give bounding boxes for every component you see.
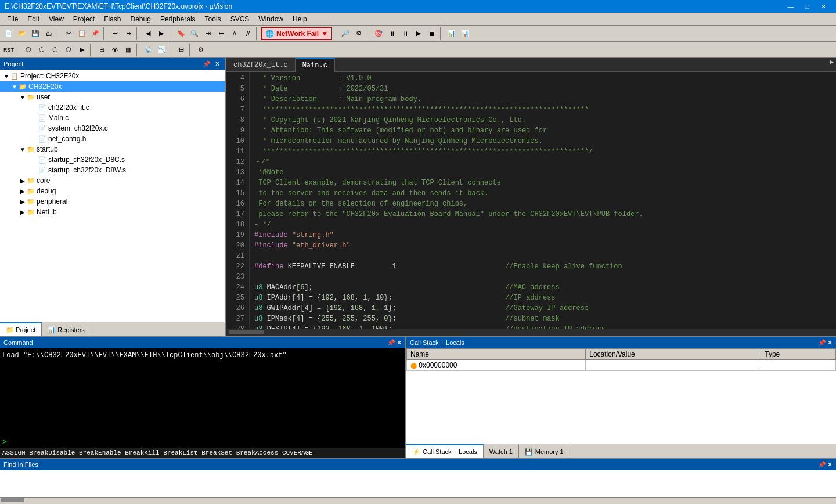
tree-startup-d8w[interactable]: ▶ 📄 startup_ch32f20x_D8W.s — [0, 165, 225, 175]
view2-button[interactable]: 📊 — [459, 27, 471, 40]
hscroll-thumb[interactable] — [229, 330, 264, 334]
tree-user[interactable]: ▼ 📁 user — [0, 92, 225, 102]
tab-mainc[interactable]: Main.c — [296, 58, 335, 72]
root-expand[interactable]: ▼ — [2, 72, 10, 80]
uncomment-button[interactable]: // — [242, 27, 254, 40]
debug-btn3[interactable]: ⬡ — [49, 44, 62, 56]
open-button[interactable]: 📂 — [16, 27, 28, 40]
tree-root[interactable]: ▼ 📋 Project: CH32F20x — [0, 71, 225, 81]
command-close-btn[interactable]: ✕ — [397, 339, 402, 347]
network-dropdown[interactable]: 🌐 NetWork Fail ▼ — [261, 27, 332, 40]
copy-button[interactable]: 📋 — [75, 27, 88, 40]
nav-back-button[interactable]: ◀ — [142, 27, 154, 40]
serial-btn[interactable]: 📡 — [142, 44, 154, 56]
tree-system[interactable]: ▶ 📄 system_ch32f20x.c — [0, 123, 225, 134]
cut-button[interactable]: ✂ — [62, 27, 75, 40]
new-button[interactable]: 📄 — [2, 27, 15, 40]
stop-button[interactable]: ⏹ — [426, 27, 438, 40]
tree-startup-d8c[interactable]: ▶ 📄 startup_ch32f20x_D8C.s — [0, 154, 225, 165]
tab-ch32it[interactable]: ch32f20x_it.c — [226, 58, 296, 72]
settings-btn[interactable]: ⚙ — [194, 44, 207, 56]
core-expand[interactable]: ▶ — [19, 177, 27, 185]
project-close-btn[interactable]: ✕ — [212, 59, 222, 69]
menu-edit[interactable]: Edit — [23, 14, 44, 24]
editor-hscroll[interactable] — [226, 329, 836, 336]
step-button[interactable]: ⏸ — [385, 27, 398, 40]
command-pin-btn[interactable]: 📌 — [387, 339, 395, 347]
tab-project[interactable]: 📁 Project — [0, 322, 42, 336]
find-hscroll[interactable] — [0, 497, 836, 504]
save-all-button[interactable]: 🗂 — [42, 27, 55, 40]
tree-ch32f20x[interactable]: ▼ 📁 CH32F20x — [0, 81, 225, 92]
maximize-button[interactable]: □ — [799, 0, 815, 13]
redo-button[interactable]: ↪ — [122, 27, 135, 40]
reset-button[interactable]: RST — [2, 44, 15, 56]
comment-button[interactable]: // — [228, 27, 241, 40]
undo-button[interactable]: ↩ — [109, 27, 121, 40]
ch32-expand[interactable]: ▼ — [10, 82, 19, 91]
menu-svcs[interactable]: SVCS — [226, 14, 254, 24]
project-pin-btn[interactable]: 📌 — [202, 59, 211, 69]
peripheral-expand[interactable]: ▶ — [19, 197, 27, 206]
close-button[interactable]: ✕ — [815, 0, 831, 13]
menu-debug[interactable]: Debug — [126, 14, 156, 24]
cs-tab-callstack[interactable]: ⚡ Call Stack + Locals — [406, 444, 484, 458]
find-close-btn[interactable]: ✕ — [827, 461, 833, 469]
cs-tab-memory1[interactable]: 💾 Memory 1 — [519, 444, 570, 458]
view-button[interactable]: 📊 — [445, 27, 458, 40]
startup-expand[interactable]: ▼ — [19, 145, 27, 153]
logic-btn[interactable]: 📉 — [155, 44, 168, 56]
tree-ch32it[interactable]: ▶ 📄 ch32f20x_it.c — [0, 102, 225, 113]
find-pin-btn[interactable]: 📌 — [818, 461, 826, 469]
search2-button[interactable]: 🔎 — [339, 27, 352, 40]
tree-netlib[interactable]: ▶ 📁 NetLib — [0, 207, 225, 217]
tree-debug[interactable]: ▶ 📁 debug — [0, 186, 225, 196]
user-expand[interactable]: ▼ — [19, 93, 27, 101]
find-scroll-thumb[interactable] — [1, 498, 24, 502]
menu-file[interactable]: File — [2, 14, 23, 24]
menu-tools[interactable]: Tools — [200, 14, 226, 24]
tree-core[interactable]: ▶ 📁 core — [0, 175, 225, 186]
debug-btn1[interactable]: ⬡ — [22, 44, 35, 56]
tab-scroll-right[interactable]: ▶ — [827, 58, 836, 71]
run-btn[interactable]: ▶ — [75, 44, 88, 56]
save-button[interactable]: 💾 — [29, 27, 42, 40]
menu-view[interactable]: View — [44, 14, 69, 24]
netlib-expand[interactable]: ▶ — [19, 208, 27, 216]
mem-btn[interactable]: ▦ — [122, 44, 135, 56]
tree-netconfig[interactable]: ▶ 📄 net_config.h — [0, 134, 225, 144]
callstack-close-btn[interactable]: ✕ — [827, 339, 833, 347]
table-row[interactable]: ⬤ 0x00000000 — [407, 360, 836, 371]
config-button[interactable]: ⚙ — [352, 27, 365, 40]
tree-startup[interactable]: ▼ 📁 startup — [0, 144, 225, 154]
layout-btn[interactable]: ⊟ — [175, 44, 188, 56]
nav-forward-button[interactable]: ▶ — [155, 27, 168, 40]
step2-button[interactable]: ⏸ — [399, 27, 412, 40]
tree-mainc[interactable]: ▶ 📄 Main.c — [0, 113, 225, 123]
menu-help[interactable]: Help — [288, 14, 312, 24]
tab-registers[interactable]: 📊 Registers — [42, 322, 91, 336]
bookmark-button[interactable]: 🔖 — [175, 27, 188, 40]
command-prompt[interactable]: > — [0, 437, 405, 448]
bottom-panels: Command 📌 ✕ Load "E:\\CH32F20xEVT\\EVT\\… — [0, 337, 836, 458]
menu-window[interactable]: Window — [254, 14, 288, 24]
find-button[interactable]: 🔍 — [188, 27, 201, 40]
menu-flash[interactable]: Flash — [99, 14, 125, 24]
indent-button[interactable]: ⇥ — [201, 27, 214, 40]
callstack-pin-btn[interactable]: 📌 — [818, 339, 826, 347]
cs-tab-watch1[interactable]: Watch 1 — [484, 444, 519, 458]
run-button[interactable]: ▶ — [412, 27, 425, 40]
target-button[interactable]: 🎯 — [372, 27, 385, 40]
debug-expand[interactable]: ▶ — [19, 187, 27, 195]
tree-peripheral[interactable]: ▶ 📁 peripheral — [0, 196, 225, 207]
debug-btn4[interactable]: ⬡ — [62, 44, 75, 56]
code-content[interactable]: * Version : V1.0.0 * Date : 2022/05/31 *… — [250, 72, 836, 329]
minimize-button[interactable]: — — [783, 0, 799, 13]
menu-peripherals[interactable]: Peripherals — [156, 14, 200, 24]
outdent-button[interactable]: ⇤ — [215, 27, 228, 40]
watch-btn[interactable]: 👁 — [109, 44, 121, 56]
debug-btn2[interactable]: ⬡ — [35, 44, 48, 56]
paste-button[interactable]: 📌 — [89, 27, 102, 40]
assembly-btn[interactable]: ⊞ — [95, 44, 108, 56]
menu-project[interactable]: Project — [69, 14, 99, 24]
